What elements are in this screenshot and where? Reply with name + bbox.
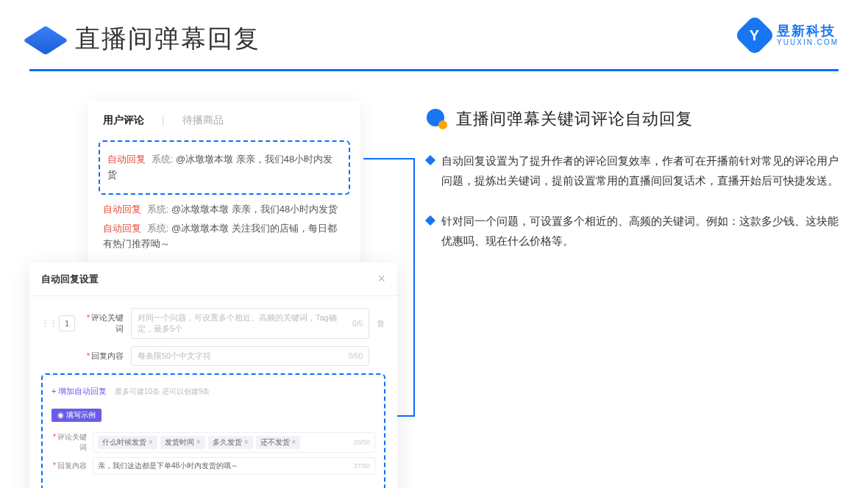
brand-logo: Y 昱新科技 YUUXIN.COM <box>740 21 839 50</box>
page-title: 直播间弹幕回复 <box>75 22 260 56</box>
brand-icon: Y <box>734 15 776 57</box>
settings-card: 自动回复设置 × ⋮⋮ 1 *评论关键词 对同一个问题，可设置多个相近、高频的关… <box>29 262 397 488</box>
content-input[interactable]: 每条限50个中文字符 0/50 <box>131 346 369 366</box>
connector-line <box>413 158 415 415</box>
bullet-icon <box>425 155 435 165</box>
example-content-box: 亲，我们这边都是下单48小时内发货的哦～ 37/50 <box>93 457 375 475</box>
brand-name-en: YUUXIN.COM <box>777 38 839 46</box>
bullet-icon <box>425 215 435 226</box>
add-auto-reply-link[interactable]: + 增加自动回复 <box>51 386 107 397</box>
logo-icon <box>29 24 62 54</box>
section-bubble-icon <box>427 109 447 129</box>
keyword-input[interactable]: 对同一个问题，可设置多个相近、高频的关键词，Tag确定，最多5个 0/5 <box>131 308 369 339</box>
keyword-tag[interactable]: 多久发货 <box>208 436 253 449</box>
example-section: + 增加自动回复 最多可建10条 还可以创建9条 ◉ 填写示例 *评论关键词 什… <box>41 373 385 488</box>
keyword-tag[interactable]: 发货时间 <box>160 436 205 449</box>
drag-handle-icon[interactable]: ⋮⋮ <box>41 319 51 329</box>
auto-reply-tag: 自动回复 <box>103 223 141 234</box>
keyword-tag[interactable]: 什么时候发货 <box>98 436 157 449</box>
tab-user-comments[interactable]: 用户评论 <box>103 114 144 127</box>
auto-reply-tag: 自动回复 <box>107 154 146 165</box>
index-badge: 1 <box>59 315 75 331</box>
delete-icon[interactable]: 🗑 <box>377 318 385 329</box>
connector-line <box>363 158 415 159</box>
example-keyword-box: 什么时候发货发货时间多久发货还不发货 20/50 <box>93 432 375 453</box>
close-icon[interactable]: × <box>377 271 385 287</box>
settings-title: 自动回复设置 <box>41 273 99 286</box>
highlighted-comment: 自动回复 系统: @冰墩墩本墩 亲亲，我们48小时内发货 <box>99 140 350 195</box>
auto-reply-tag: 自动回复 <box>103 204 141 215</box>
example-badge: ◉ 填写示例 <box>51 409 102 422</box>
keyword-tag[interactable]: 还不发货 <box>256 436 301 449</box>
brand-name-cn: 昱新科技 <box>777 24 839 39</box>
tab-pending-goods[interactable]: 待播商品 <box>182 114 224 127</box>
section-title: 直播间弹幕关键词评论自动回复 <box>456 108 693 130</box>
comments-card: 用户评论 | 待播商品 自动回复 系统: @冰墩墩本墩 亲亲，我们48小时内发货… <box>88 101 360 274</box>
bullet-text: 自动回复设置为了提升作者的评论回复效率，作者可在开播前针对常见的评论用户问题，提… <box>441 151 839 190</box>
bullet-text: 针对同一个问题，可设置多个相近的、高频的关键词。例如：这款多少钱、这块能优惠吗、… <box>441 211 839 251</box>
